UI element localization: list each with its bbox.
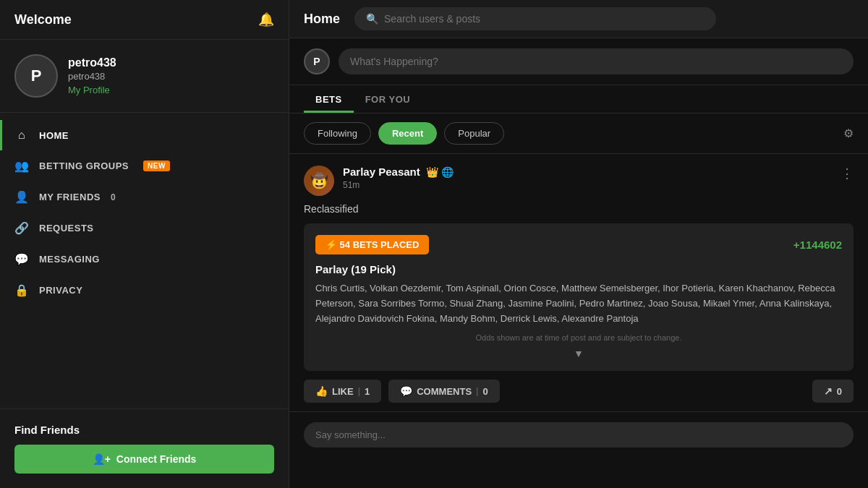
- bet-header-row: ⚡ 54 BETS PLACED +1144602: [315, 235, 842, 254]
- filter-row: Following Recent Popular ⚙: [289, 114, 868, 154]
- odds-value: +1144602: [793, 239, 842, 251]
- main-header: Home 🔍: [289, 0, 868, 38]
- requests-icon: 🔗: [14, 221, 29, 235]
- filter-recent[interactable]: Recent: [378, 122, 437, 145]
- my-profile-link[interactable]: My Profile: [68, 85, 116, 95]
- post-author-name: Parlay Peasant: [343, 166, 420, 178]
- connect-friends-button[interactable]: 👤+ Connect Friends: [14, 445, 274, 474]
- friends-icon: 👤: [14, 190, 29, 204]
- sidebar-item-betting-groups-label: BETTING GROUPS: [39, 160, 129, 171]
- post-meta: Parlay Peasant 👑 🌐 51m: [343, 166, 832, 190]
- connect-friends-icon: 👤+: [93, 453, 111, 465]
- share-icon: ↗: [824, 385, 833, 397]
- compose-avatar: P: [304, 48, 330, 74]
- sidebar-item-my-friends-label: MY FRIENDS: [39, 192, 101, 202]
- like-button[interactable]: 👍 LIKE | 1: [304, 380, 381, 403]
- feed-tabs: BETS FOR YOU: [289, 85, 868, 114]
- search-icon: 🔍: [366, 13, 378, 25]
- sidebar-item-requests[interactable]: 🔗 REQUESTS: [0, 213, 289, 244]
- filter-following[interactable]: Following: [304, 122, 371, 145]
- friends-count: 0: [111, 192, 116, 202]
- sidebar-item-privacy[interactable]: 🔒 PRIVACY: [0, 275, 289, 306]
- bell-icon[interactable]: 🔔: [258, 12, 274, 27]
- like-count: 1: [365, 386, 370, 397]
- sidebar-item-my-friends[interactable]: 👤 MY FRIENDS 0: [0, 181, 289, 213]
- comments-button[interactable]: 💬 COMMENTS | 0: [388, 380, 499, 403]
- sidebar-title: Welcome: [14, 12, 72, 27]
- sidebar-item-messaging[interactable]: 💬 MESSAGING: [0, 244, 289, 275]
- post-actions: 👍 LIKE | 1 💬 COMMENTS | 0 ↗ 0: [289, 371, 868, 412]
- filter-settings-icon[interactable]: ⚙: [843, 127, 854, 140]
- find-friends-section: Find Friends 👤+ Connect Friends: [0, 408, 289, 488]
- like-divider: |: [358, 386, 360, 396]
- compose-area: P: [289, 38, 868, 85]
- bet-picks: Chris Curtis, Volkan Oezdemir, Tom Aspin…: [315, 281, 842, 326]
- sidebar-item-requests-label: REQUESTS: [39, 223, 94, 234]
- tab-bets[interactable]: BETS: [304, 85, 354, 113]
- post-header: 🤠 Parlay Peasant 👑 🌐 51m ⋮: [304, 166, 854, 196]
- privacy-icon: 🔒: [14, 283, 29, 297]
- sidebar: Welcome 🔔 P petro438 petro438 My Profile…: [0, 0, 289, 488]
- post-avatar-img: 🤠: [304, 166, 334, 196]
- home-icon: ⌂: [14, 129, 29, 142]
- post-time: 51m: [343, 180, 832, 190]
- main-content: Home 🔍 P BETS FOR YOU Following Recent P…: [289, 0, 868, 488]
- username-handle: petro438: [68, 71, 116, 82]
- sidebar-item-home[interactable]: ⌂ HOME: [0, 120, 289, 150]
- sidebar-item-privacy-label: PRIVACY: [39, 285, 82, 296]
- post-text: Reclassified: [304, 203, 854, 215]
- avatar[interactable]: P: [14, 54, 58, 98]
- comments-label: COMMENTS: [417, 386, 472, 397]
- bet-disclaimer: Odds shown are at time of post and are s…: [315, 333, 842, 342]
- find-friends-title: Find Friends: [14, 424, 274, 436]
- share-count: 0: [837, 386, 842, 397]
- user-info: petro438 petro438 My Profile: [68, 56, 116, 95]
- betting-groups-icon: 👥: [14, 159, 29, 173]
- sidebar-item-messaging-label: MESSAGING: [39, 254, 100, 265]
- sidebar-item-betting-groups[interactable]: 👥 BETTING GROUPS NEW: [0, 150, 289, 181]
- user-section: P petro438 petro438 My Profile: [0, 40, 289, 113]
- post-more-button[interactable]: ⋮: [841, 166, 854, 181]
- compose-input[interactable]: [339, 48, 854, 74]
- sidebar-header: Welcome 🔔: [0, 0, 289, 40]
- sidebar-item-home-label: HOME: [39, 130, 69, 141]
- like-label: LIKE: [332, 386, 354, 397]
- connect-friends-label: Connect Friends: [116, 453, 196, 465]
- post-author-emojis: 👑 🌐: [426, 166, 454, 178]
- comments-divider: |: [476, 386, 478, 396]
- tab-for-you[interactable]: FOR YOU: [354, 85, 422, 113]
- nav-menu: ⌂ HOME 👥 BETTING GROUPS NEW 👤 MY FRIENDS…: [0, 113, 289, 313]
- comment-input[interactable]: [304, 422, 854, 448]
- comments-count: 0: [482, 386, 488, 397]
- post-author-avatar: 🤠: [304, 166, 334, 196]
- username: petro438: [68, 56, 116, 69]
- bets-placed-badge: ⚡ 54 BETS PLACED: [315, 235, 429, 254]
- post-author-row: Parlay Peasant 👑 🌐: [343, 166, 832, 179]
- comment-icon: 💬: [400, 385, 412, 397]
- comment-input-area: [289, 412, 868, 458]
- messaging-icon: 💬: [14, 252, 29, 266]
- feed-area: P BETS FOR YOU Following Recent Popular …: [289, 38, 868, 488]
- main-title: Home: [304, 12, 340, 27]
- filter-popular[interactable]: Popular: [444, 122, 504, 145]
- bet-title: Parlay (19 Pick): [315, 263, 842, 275]
- share-button[interactable]: ↗ 0: [812, 380, 854, 403]
- expand-bet-chevron[interactable]: ▼: [315, 348, 842, 359]
- search-input[interactable]: [384, 13, 705, 25]
- new-badge: NEW: [143, 160, 170, 171]
- post-area: 🤠 Parlay Peasant 👑 🌐 51m ⋮ Reclassified …: [289, 154, 868, 371]
- search-bar: 🔍: [354, 7, 716, 30]
- thumbs-up-icon: 👍: [315, 385, 328, 397]
- bet-card: ⚡ 54 BETS PLACED +1144602 Parlay (19 Pic…: [304, 223, 854, 371]
